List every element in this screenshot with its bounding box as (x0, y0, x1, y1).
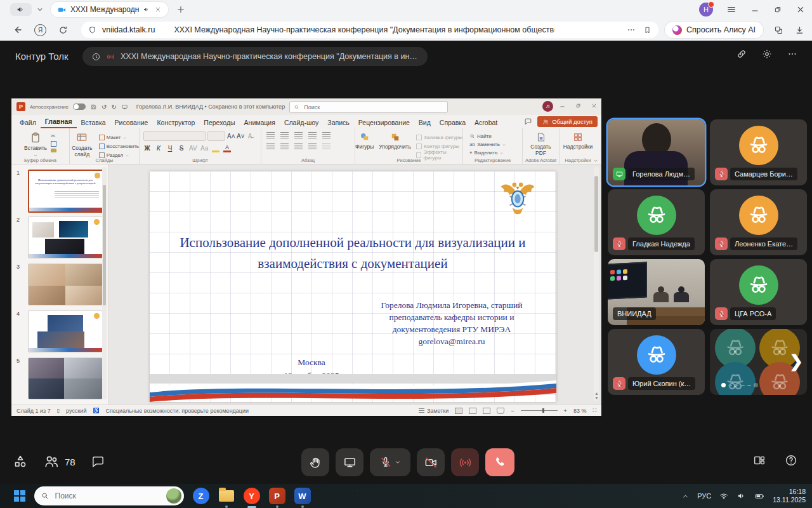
downloads-icon[interactable] (794, 25, 805, 36)
slide-scrollbar[interactable] (594, 167, 599, 401)
layout-view-icon[interactable] (752, 453, 766, 467)
ppt-close-icon[interactable] (591, 102, 598, 109)
tab-draw[interactable]: Рисование (110, 117, 153, 128)
taskbar-app-powerpoint[interactable]: P (269, 488, 285, 504)
fit-slide-icon[interactable]: ⛶ (593, 408, 596, 414)
chat-icon[interactable] (91, 455, 105, 469)
grow-font-button[interactable]: A˄ (227, 133, 235, 140)
reactions-apps-icon[interactable] (13, 454, 28, 469)
tab-slideshow[interactable]: Слайд-шоу (280, 117, 323, 128)
ppt-search-box[interactable] (289, 101, 448, 113)
numbering-button[interactable] (280, 132, 289, 138)
participant-tile-skopin[interactable]: Юрий Скопин (к… (608, 329, 705, 395)
participant-tile-samartsev[interactable]: Самарцев Бори… (710, 119, 807, 185)
battery-icon[interactable] (754, 491, 765, 502)
tab-home[interactable]: Главная (41, 116, 77, 128)
language-indicator[interactable]: русский (66, 408, 86, 414)
autosave-toggle[interactable] (73, 104, 86, 110)
more-actions-icon[interactable] (626, 25, 636, 35)
bullets-button[interactable] (266, 132, 275, 138)
start-button[interactable] (14, 490, 25, 502)
layout-button[interactable]: Макет (99, 133, 139, 141)
reading-view-button[interactable] (483, 408, 490, 414)
shrink-font-button[interactable]: A˅ (237, 133, 244, 140)
yandex-home-button[interactable]: Я (34, 24, 46, 36)
participant-tile-leonenko[interactable]: Леоненко Екате… (710, 189, 807, 255)
ppt-search-input[interactable] (303, 104, 443, 111)
mic-options-chevron[interactable] (394, 458, 402, 466)
align-center-button[interactable] (280, 143, 289, 149)
slide-thumbnail-1[interactable]: Использование дополненной реальности для… (28, 170, 104, 213)
taskbar-app-zoom[interactable]: Z (193, 488, 209, 504)
normal-view-button[interactable] (455, 408, 462, 414)
format-painter-icon[interactable] (51, 149, 56, 152)
browser-tab[interactable]: XXXI Международн (51, 2, 168, 17)
taskbar-app-word[interactable]: W (294, 488, 311, 504)
back-icon[interactable] (11, 24, 23, 36)
hidden-icons-chevron[interactable] (681, 492, 690, 500)
slide-thumbnail-4[interactable] (28, 311, 103, 352)
slide-sorter-view-button[interactable] (469, 408, 476, 414)
more-participants-tile[interactable]: ❯ (710, 329, 807, 395)
tab-audio-chevron[interactable] (36, 5, 44, 14)
leave-call-button[interactable] (485, 448, 514, 476)
zoom-in-button[interactable]: + (564, 408, 567, 414)
columns-button[interactable] (322, 143, 331, 149)
redo-icon[interactable]: ↻ (111, 104, 116, 110)
settings-gear-icon[interactable] (761, 48, 773, 60)
recording-button[interactable] (451, 448, 479, 476)
ppt-account-avatar[interactable]: Л (542, 101, 553, 112)
zoom-out-button[interactable]: − (511, 408, 514, 414)
comments-icon[interactable] (524, 117, 532, 126)
new-tab-button[interactable] (176, 4, 186, 15)
font-size-select[interactable] (207, 131, 225, 141)
tab-review[interactable]: Рецензирование (354, 117, 414, 128)
accessibility-status[interactable]: Специальные возможности: проверьте реком… (105, 408, 249, 414)
save-icon[interactable] (90, 104, 97, 110)
slideshow-button[interactable] (497, 408, 504, 414)
participant-tile-gorelova[interactable]: Горелова Людм… (608, 119, 705, 185)
taskbar-app-explorer[interactable] (218, 488, 235, 504)
participants-icon[interactable] (43, 453, 60, 470)
highlight-button[interactable] (212, 144, 219, 152)
clear-format-button[interactable]: A̶ (246, 133, 254, 140)
more-options-icon[interactable] (787, 48, 798, 60)
browser-menu-icon[interactable] (726, 4, 737, 15)
participant-tile-vniidad[interactable]: ВНИИДАД (608, 259, 705, 325)
language-indicator[interactable]: РУС (697, 492, 711, 500)
microphone-button[interactable] (370, 448, 410, 476)
align-left-button[interactable] (266, 143, 275, 149)
tab-view[interactable]: Вид (414, 117, 435, 128)
tab-animations[interactable]: Анимация (240, 117, 280, 128)
change-case-button[interactable]: Aa (200, 145, 208, 152)
zoom-level[interactable]: 83 % (573, 408, 587, 414)
taskbar-app-yandex-browser[interactable]: Y (244, 488, 260, 504)
ask-alice-button[interactable]: Спросить Алису AI (665, 22, 763, 38)
present-icon[interactable] (121, 104, 128, 110)
zoom-slider[interactable] (521, 410, 558, 411)
slide-canvas[interactable]: Использование дополненной реальности для… (150, 171, 556, 402)
slide-thumbnail-3[interactable] (28, 264, 103, 305)
font-name-select[interactable] (143, 131, 206, 141)
undo-icon[interactable]: ↺ (102, 104, 107, 110)
slide-thumbnail-5[interactable] (28, 358, 103, 399)
browser-profile-avatar[interactable]: Н (699, 3, 713, 17)
slide-nav-arrows[interactable]: ▲▼ (594, 391, 599, 401)
participant-tile-tsga[interactable]: ЦГА РСО-А (710, 259, 807, 325)
indent-increase-button[interactable] (308, 132, 317, 138)
tab-acrobat[interactable]: Acrobat (470, 117, 502, 128)
share-button[interactable]: Общий доступ (537, 116, 598, 127)
document-title[interactable]: Горелова Л.И. ВНИИДАД • Сохранено в этот… (136, 104, 285, 110)
camera-button[interactable] (417, 448, 445, 476)
window-close-icon[interactable] (796, 4, 806, 15)
tab-audio-button[interactable] (10, 3, 32, 16)
address-bar[interactable]: vniidad.ktalk.ru XXXI Международная Науч… (81, 22, 658, 38)
window-restore-icon[interactable] (773, 4, 783, 15)
replace-button[interactable]: abЗаменить (469, 140, 522, 149)
cut-icon[interactable]: ✂ (51, 133, 56, 139)
slide-thumbnail-2[interactable] (28, 217, 103, 258)
justify-button[interactable] (308, 143, 317, 149)
font-color-button[interactable]: А (223, 144, 231, 152)
tab-record[interactable]: Запись (323, 117, 353, 128)
tab-help[interactable]: Справка (435, 117, 470, 128)
